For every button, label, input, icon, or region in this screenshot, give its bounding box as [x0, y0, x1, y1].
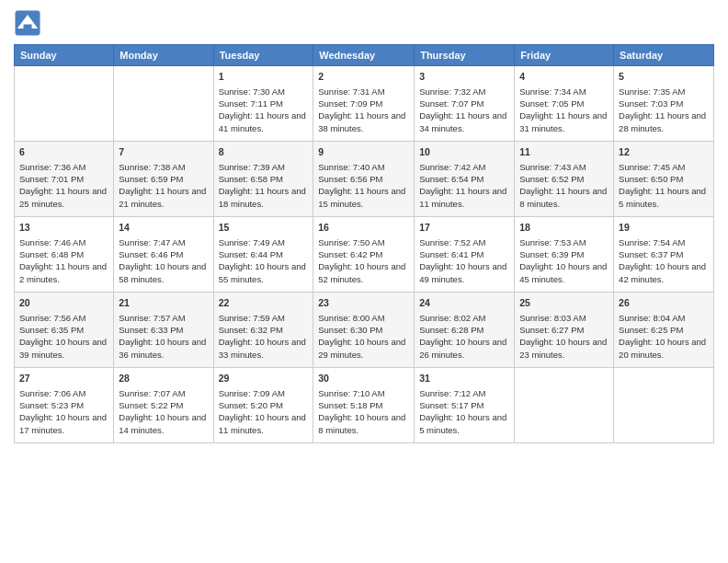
- sunset: Sunset: 6:58 PM: [219, 174, 283, 184]
- daylight: Daylight: 11 hours and 15 minutes.: [318, 186, 405, 208]
- day-number: 10: [419, 145, 509, 159]
- day-number: 24: [419, 296, 509, 310]
- sunset: Sunset: 6:42 PM: [318, 249, 382, 259]
- day-number: 22: [219, 296, 309, 310]
- calendar-cell: 11Sunrise: 7:43 AMSunset: 6:52 PMDayligh…: [515, 142, 614, 217]
- sunrise: Sunrise: 7:46 AM: [19, 237, 85, 247]
- daylight: Daylight: 10 hours and 58 minutes.: [119, 261, 206, 283]
- sunrise: Sunrise: 7:47 AM: [119, 237, 185, 247]
- sunset: Sunset: 5:17 PM: [419, 400, 483, 410]
- sunset: Sunset: 5:20 PM: [219, 400, 283, 410]
- daylight: Daylight: 10 hours and 8 minutes.: [318, 412, 405, 434]
- calendar-cell: [614, 368, 714, 443]
- day-number: 16: [318, 221, 409, 235]
- calendar-cell: 5Sunrise: 7:35 AMSunset: 7:03 PMDaylight…: [614, 66, 714, 142]
- day-number: 14: [119, 221, 208, 235]
- sunrise: Sunrise: 8:02 AM: [419, 313, 485, 323]
- calendar-cell: 19Sunrise: 7:54 AMSunset: 6:37 PMDayligh…: [614, 217, 714, 293]
- daylight: Daylight: 10 hours and 42 minutes.: [619, 261, 706, 283]
- sunset: Sunset: 5:22 PM: [119, 400, 183, 410]
- daylight: Daylight: 11 hours and 18 minutes.: [219, 186, 306, 208]
- daylight: Daylight: 10 hours and 29 minutes.: [318, 337, 405, 359]
- sunrise: Sunrise: 7:30 AM: [219, 86, 285, 97]
- sunset: Sunset: 6:48 PM: [19, 249, 84, 259]
- day-number: 5: [619, 70, 709, 84]
- daylight: Daylight: 11 hours and 8 minutes.: [519, 186, 607, 208]
- sunset: Sunset: 6:50 PM: [619, 174, 683, 184]
- svg-rect-2: [24, 25, 32, 32]
- sunrise: Sunrise: 7:09 AM: [219, 388, 285, 398]
- day-number: 29: [219, 372, 309, 385]
- calendar-cell: 3Sunrise: 7:32 AMSunset: 7:07 PMDaylight…: [415, 66, 515, 142]
- calendar-cell: 2Sunrise: 7:31 AMSunset: 7:09 PMDaylight…: [313, 66, 415, 142]
- day-number: 21: [119, 296, 208, 310]
- calendar-cell: 24Sunrise: 8:02 AMSunset: 6:28 PMDayligh…: [415, 293, 515, 368]
- sunrise: Sunrise: 7:52 AM: [419, 237, 485, 247]
- sunset: Sunset: 7:07 PM: [419, 98, 483, 109]
- sunrise: Sunrise: 7:54 AM: [619, 237, 685, 247]
- sunrise: Sunrise: 7:35 AM: [619, 86, 685, 97]
- sunrise: Sunrise: 7:07 AM: [119, 388, 185, 398]
- sunset: Sunset: 6:32 PM: [219, 325, 283, 335]
- sunrise: Sunrise: 7:38 AM: [119, 162, 185, 172]
- day-number: 8: [219, 145, 309, 159]
- day-number: 15: [219, 221, 309, 235]
- day-number: 30: [318, 372, 409, 385]
- day-number: 26: [619, 296, 709, 310]
- logo-icon: [14, 9, 41, 37]
- day-number: 28: [119, 372, 208, 385]
- calendar-cell: 7Sunrise: 7:38 AMSunset: 6:59 PMDaylight…: [114, 142, 213, 217]
- daylight: Daylight: 11 hours and 34 minutes.: [419, 110, 506, 132]
- calendar-cell: 25Sunrise: 8:03 AMSunset: 6:27 PMDayligh…: [515, 293, 614, 368]
- sunset: Sunset: 6:28 PM: [419, 325, 483, 335]
- logo: [14, 9, 43, 37]
- day-number: 27: [19, 372, 108, 385]
- day-number: 9: [318, 145, 409, 159]
- calendar-cell: 9Sunrise: 7:40 AMSunset: 6:56 PMDaylight…: [313, 142, 415, 217]
- weekday-header-cell: Friday: [515, 45, 614, 66]
- weekday-header-cell: Tuesday: [213, 45, 313, 66]
- calendar-cell: [515, 368, 614, 443]
- calendar-cell: [114, 66, 213, 142]
- sunset: Sunset: 6:35 PM: [19, 325, 84, 335]
- sunrise: Sunrise: 7:40 AM: [318, 162, 384, 172]
- calendar-cell: 15Sunrise: 7:49 AMSunset: 6:44 PMDayligh…: [213, 217, 313, 293]
- sunrise: Sunrise: 7:49 AM: [219, 237, 285, 247]
- daylight: Daylight: 11 hours and 31 minutes.: [519, 110, 607, 132]
- day-number: 20: [19, 296, 108, 310]
- sunset: Sunset: 7:09 PM: [318, 98, 382, 109]
- daylight: Daylight: 11 hours and 38 minutes.: [318, 110, 405, 132]
- calendar-cell: 6Sunrise: 7:36 AMSunset: 7:01 PMDaylight…: [15, 142, 114, 217]
- day-number: 6: [19, 145, 108, 159]
- calendar-cell: 1Sunrise: 7:30 AMSunset: 7:11 PMDaylight…: [213, 66, 313, 142]
- calendar-cell: 22Sunrise: 7:59 AMSunset: 6:32 PMDayligh…: [213, 293, 313, 368]
- daylight: Daylight: 10 hours and 5 minutes.: [419, 412, 506, 434]
- sunrise: Sunrise: 7:10 AM: [318, 388, 384, 398]
- weekday-header-cell: Sunday: [15, 45, 114, 66]
- sunrise: Sunrise: 7:43 AM: [519, 162, 586, 172]
- sunrise: Sunrise: 8:04 AM: [619, 313, 685, 323]
- day-number: 3: [419, 70, 509, 84]
- calendar-table: SundayMondayTuesdayWednesdayThursdayFrid…: [14, 44, 714, 443]
- calendar-cell: 14Sunrise: 7:47 AMSunset: 6:46 PMDayligh…: [114, 217, 213, 293]
- sunrise: Sunrise: 7:32 AM: [419, 86, 485, 97]
- sunset: Sunset: 6:52 PM: [519, 174, 584, 184]
- day-number: 23: [318, 296, 409, 310]
- daylight: Daylight: 11 hours and 11 minutes.: [419, 186, 506, 208]
- sunrise: Sunrise: 7:42 AM: [419, 162, 485, 172]
- calendar-cell: 10Sunrise: 7:42 AMSunset: 6:54 PMDayligh…: [415, 142, 515, 217]
- day-number: 19: [619, 221, 709, 235]
- daylight: Daylight: 10 hours and 45 minutes.: [519, 261, 607, 283]
- calendar-container: SundayMondayTuesdayWednesdayThursdayFrid…: [0, 0, 728, 563]
- sunrise: Sunrise: 7:39 AM: [219, 162, 285, 172]
- sunset: Sunset: 6:41 PM: [419, 249, 483, 259]
- day-number: 31: [419, 372, 509, 385]
- sunset: Sunset: 5:18 PM: [318, 400, 382, 410]
- calendar-cell: 8Sunrise: 7:39 AMSunset: 6:58 PMDaylight…: [213, 142, 313, 217]
- sunset: Sunset: 6:56 PM: [318, 174, 382, 184]
- calendar-cell: 21Sunrise: 7:57 AMSunset: 6:33 PMDayligh…: [114, 293, 213, 368]
- calendar-cell: 30Sunrise: 7:10 AMSunset: 5:18 PMDayligh…: [313, 368, 415, 443]
- daylight: Daylight: 11 hours and 21 minutes.: [119, 186, 206, 208]
- daylight: Daylight: 10 hours and 39 minutes.: [19, 337, 107, 359]
- sunrise: Sunrise: 8:03 AM: [519, 313, 586, 323]
